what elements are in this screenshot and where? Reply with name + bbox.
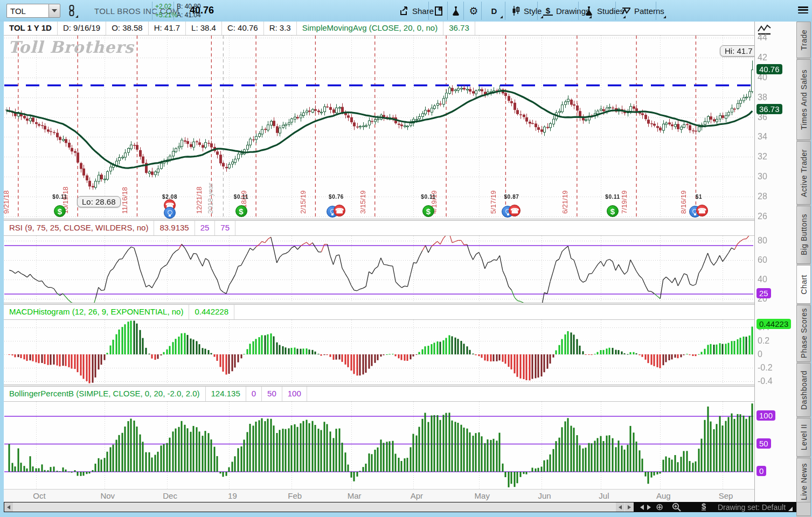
- sidebar-tab-trade[interactable]: Trade: [796, 22, 811, 58]
- tab-label: Phase Scores: [800, 308, 808, 358]
- flask-icon: [451, 5, 461, 16]
- value-axis-column[interactable]: 44424038363432302826806040200.40.20-0.2-…: [754, 22, 796, 502]
- sidebar-tab-level-ii[interactable]: Level II: [796, 418, 811, 457]
- symbol-dropdown-button[interactable]: [48, 4, 60, 18]
- scroll-right-button[interactable]: [625, 502, 634, 512]
- sidebar-tab-phase-scores[interactable]: Phase Scores: [796, 305, 811, 362]
- tab-label: Level II: [800, 424, 808, 450]
- corner-indicator: [663, 16, 666, 18]
- share-icon: [399, 5, 409, 16]
- candle-style-icon: [511, 5, 520, 16]
- percentb-value: 124.135: [206, 387, 246, 401]
- bid-ask: B: 40.80 A: 41.04: [177, 2, 201, 19]
- divider: [428, 2, 429, 20]
- divider: [152, 2, 152, 20]
- divider: [481, 2, 482, 20]
- ohlc-low: L: 38.4: [186, 22, 222, 35]
- percentb-study-label[interactable]: BollingerPercentB (SIMPLE, CLOSE, 0, 20,…: [4, 387, 206, 401]
- price-axis-tick: 42: [758, 53, 767, 62]
- rsi-study-label[interactable]: RSI (9, 75, 25, CLOSE, WILDERS, no): [4, 221, 154, 235]
- month-label: Jun: [538, 491, 551, 500]
- timeframe-button[interactable]: D: [485, 0, 503, 22]
- triangle-right-icon: [628, 505, 631, 509]
- sidebar-tab-times-and-sales[interactable]: Times And Sales: [796, 59, 811, 140]
- tab-label: Big Buttons: [800, 214, 808, 255]
- bid: B: 40.80: [177, 2, 201, 11]
- share-button[interactable]: Share: [397, 0, 436, 22]
- resize-corner[interactable]: [796, 502, 811, 516]
- drawing-set-label[interactable]: Drawing set: Default: [718, 503, 786, 512]
- document-info-icon: i: [434, 5, 444, 16]
- divider: [578, 2, 579, 20]
- divider: [615, 2, 616, 20]
- macd-chart-canvas[interactable]: [4, 320, 753, 385]
- ask: A: 41.04: [177, 11, 201, 19]
- month-label: Apr: [411, 491, 423, 500]
- symbol-link-button[interactable]: [65, 3, 79, 18]
- percentb-level-badge: 50: [757, 438, 771, 449]
- month-label: Feb: [288, 491, 302, 500]
- expand-horizontal-icon[interactable]: [640, 502, 651, 512]
- month-label: Nov: [100, 491, 115, 500]
- patterns-button[interactable]: Patterns: [619, 0, 667, 22]
- drawing-dollar-icon[interactable]: $: [702, 502, 706, 511]
- patterns-icon: [621, 5, 631, 16]
- tab-label: Chart: [800, 275, 808, 295]
- horizontal-scrollbar[interactable]: [4, 502, 634, 512]
- tab-label: Active Trader: [800, 149, 808, 197]
- price-axis-tick: 44: [758, 33, 767, 43]
- scroll-left-button[interactable]: [616, 502, 624, 512]
- sidebar-tab-live-news[interactable]: Live News: [796, 458, 811, 506]
- rsi-overbought-label: 75: [215, 221, 235, 235]
- rsi-chart-canvas[interactable]: [4, 236, 753, 303]
- percentb-level-badge: 0: [757, 466, 766, 476]
- scroll-left-button[interactable]: [4, 502, 13, 512]
- corner-indicator: [75, 15, 78, 18]
- month-label: Aug: [656, 491, 671, 500]
- gear-icon: ⚙: [469, 5, 478, 16]
- price-axis-tick: 38: [758, 93, 767, 102]
- divider: [463, 2, 464, 20]
- pan-icon[interactable]: ⊕: [656, 502, 663, 512]
- trading-platform-window: TOLL BROS INC COM 40.76 +2.02 +5.21% B: …: [0, 0, 812, 517]
- month-label: 19: [228, 491, 237, 500]
- dollar-drawing-icon: $: [543, 6, 553, 16]
- sidebar-tab-chart[interactable]: Chart: [796, 265, 811, 304]
- macd-header: MACDHistogram (12, 26, 9, EXPONENTIAL, n…: [4, 305, 754, 320]
- divider: [447, 2, 448, 20]
- status-bar: ⊕ $ Drawing set: Default: [4, 502, 796, 512]
- macd-study-label[interactable]: MACDHistogram (12, 26, 9, EXPONENTIAL, n…: [4, 305, 189, 319]
- tab-label: Trade: [800, 30, 808, 51]
- sma-study-label[interactable]: SimpleMovingAvg (CLOSE, 20, 0, no): [297, 22, 444, 35]
- symbol-input[interactable]: [6, 4, 48, 18]
- chart-describe-button[interactable]: i: [432, 0, 446, 22]
- chart-column: TOL 1 Y 1D D: 9/16/19 O: 38.58 H: 41.7 L…: [4, 22, 754, 502]
- percentb-level-badge: 100: [757, 410, 775, 421]
- chevron-down-icon: [52, 9, 57, 12]
- settings-button[interactable]: ⚙: [467, 0, 481, 22]
- percentb-chart-canvas[interactable]: [4, 402, 753, 489]
- divider: [505, 2, 505, 20]
- percentb-level-100: 100: [282, 387, 307, 401]
- style-button[interactable]: Style: [509, 0, 544, 22]
- divider: [537, 2, 538, 20]
- menu-button[interactable]: [798, 6, 808, 15]
- chart-title: TOL 1 Y 1D: [4, 22, 58, 35]
- price-axis-tick: 26: [758, 212, 767, 221]
- sidebar-tab-active-trader[interactable]: Active Trader: [796, 141, 811, 205]
- last-price-badge: 40.76: [757, 64, 782, 74]
- analysis-flask-button[interactable]: [449, 0, 463, 22]
- zoom-icon[interactable]: [672, 502, 682, 512]
- time-axis: OctNovDec19FebMarAprMayJunJulAugSep: [4, 489, 754, 502]
- rsi-axis-tick: 40: [758, 275, 767, 284]
- price-chart-canvas[interactable]: [4, 36, 753, 219]
- month-label: Jul: [599, 491, 609, 500]
- month-label: May: [475, 491, 490, 500]
- sidebar-tab-dashboard[interactable]: Dashboard: [796, 363, 811, 417]
- month-label: Sep: [719, 491, 733, 500]
- tab-label: Dashboard: [800, 371, 808, 410]
- macd-value-badge: 0.44223: [757, 319, 791, 329]
- sidebar-tab-big-buttons[interactable]: Big Buttons: [796, 206, 811, 264]
- triangle-left-icon: [7, 505, 10, 509]
- triangle-left-icon: [619, 505, 622, 509]
